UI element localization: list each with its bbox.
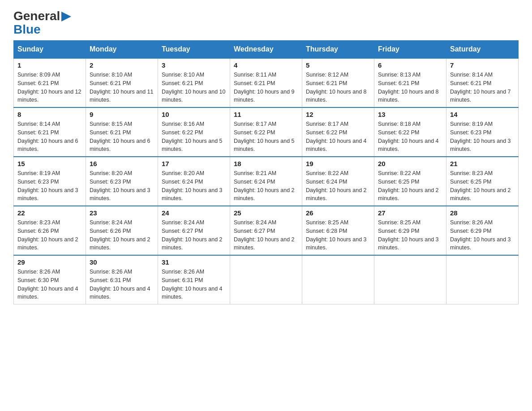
calendar-day-15: 15 Sunrise: 8:19 AMSunset: 6:23 PMDaylig… — [14, 157, 86, 206]
day-number: 4 — [234, 61, 298, 69]
calendar-day-5: 5 Sunrise: 8:12 AMSunset: 6:21 PMDayligh… — [302, 58, 374, 107]
empty-cell — [446, 255, 519, 304]
day-info: Sunrise: 8:12 AMSunset: 6:21 PMDaylight:… — [306, 71, 370, 104]
day-number: 6 — [378, 61, 442, 69]
calendar-day-6: 6 Sunrise: 8:13 AMSunset: 6:21 PMDayligh… — [374, 58, 446, 107]
day-info: Sunrise: 8:24 AMSunset: 6:27 PMDaylight:… — [234, 218, 298, 252]
calendar-day-2: 2 Sunrise: 8:10 AMSunset: 6:21 PMDayligh… — [86, 58, 158, 107]
header-wednesday: Wednesday — [230, 41, 302, 59]
calendar-day-25: 25 Sunrise: 8:24 AMSunset: 6:27 PMDaylig… — [230, 206, 302, 255]
calendar-week-4: 22 Sunrise: 8:23 AMSunset: 6:26 PMDaylig… — [14, 206, 519, 255]
day-number: 20 — [378, 160, 442, 167]
day-number: 15 — [17, 160, 82, 167]
calendar-week-5: 29 Sunrise: 8:26 AMSunset: 6:30 PMDaylig… — [14, 255, 519, 304]
day-info: Sunrise: 8:14 AMSunset: 6:21 PMDaylight:… — [17, 120, 82, 154]
day-number: 5 — [306, 61, 370, 69]
day-number: 13 — [378, 111, 442, 118]
day-info: Sunrise: 8:23 AMSunset: 6:25 PMDaylight:… — [450, 169, 515, 203]
day-info: Sunrise: 8:20 AMSunset: 6:24 PMDaylight:… — [162, 169, 226, 203]
calendar-day-11: 11 Sunrise: 8:17 AMSunset: 6:22 PMDaylig… — [230, 107, 302, 157]
calendar-day-10: 10 Sunrise: 8:16 AMSunset: 6:22 PMDaylig… — [158, 107, 230, 157]
calendar-day-22: 22 Sunrise: 8:23 AMSunset: 6:26 PMDaylig… — [14, 206, 86, 255]
day-info: Sunrise: 8:10 AMSunset: 6:21 PMDaylight:… — [90, 71, 154, 104]
day-number: 24 — [162, 209, 226, 217]
day-info: Sunrise: 8:15 AMSunset: 6:21 PMDaylight:… — [90, 120, 154, 154]
day-info: Sunrise: 8:10 AMSunset: 6:21 PMDaylight:… — [162, 71, 226, 104]
calendar-day-1: 1 Sunrise: 8:09 AMSunset: 6:21 PMDayligh… — [14, 58, 86, 107]
calendar-week-2: 8 Sunrise: 8:14 AMSunset: 6:21 PMDayligh… — [14, 107, 519, 157]
calendar-day-7: 7 Sunrise: 8:14 AMSunset: 6:21 PMDayligh… — [446, 58, 519, 107]
day-number: 12 — [306, 111, 370, 118]
calendar-day-18: 18 Sunrise: 8:21 AMSunset: 6:24 PMDaylig… — [230, 157, 302, 206]
calendar-day-12: 12 Sunrise: 8:17 AMSunset: 6:22 PMDaylig… — [302, 107, 374, 157]
day-info: Sunrise: 8:09 AMSunset: 6:21 PMDaylight:… — [17, 71, 82, 104]
day-info: Sunrise: 8:19 AMSunset: 6:23 PMDaylight:… — [17, 169, 82, 203]
day-info: Sunrise: 8:20 AMSunset: 6:23 PMDaylight:… — [90, 169, 154, 203]
logo-arrow-icon — [61, 12, 71, 21]
day-number: 23 — [90, 209, 154, 217]
calendar-day-14: 14 Sunrise: 8:19 AMSunset: 6:23 PMDaylig… — [446, 107, 519, 157]
day-info: Sunrise: 8:23 AMSunset: 6:26 PMDaylight:… — [17, 218, 82, 252]
calendar-day-3: 3 Sunrise: 8:10 AMSunset: 6:21 PMDayligh… — [158, 58, 230, 107]
day-info: Sunrise: 8:26 AMSunset: 6:30 PMDaylight:… — [17, 268, 82, 301]
calendar-day-4: 4 Sunrise: 8:11 AMSunset: 6:21 PMDayligh… — [230, 58, 302, 107]
day-info: Sunrise: 8:25 AMSunset: 6:29 PMDaylight:… — [378, 218, 442, 252]
day-number: 25 — [234, 209, 298, 217]
page-header: General Blue — [13, 9, 519, 36]
day-number: 26 — [306, 209, 370, 217]
day-number: 7 — [450, 61, 515, 69]
calendar-day-8: 8 Sunrise: 8:14 AMSunset: 6:21 PMDayligh… — [14, 107, 86, 157]
day-info: Sunrise: 8:22 AMSunset: 6:24 PMDaylight:… — [306, 169, 370, 203]
day-info: Sunrise: 8:13 AMSunset: 6:21 PMDaylight:… — [378, 71, 442, 104]
day-number: 19 — [306, 160, 370, 167]
calendar-day-19: 19 Sunrise: 8:22 AMSunset: 6:24 PMDaylig… — [302, 157, 374, 206]
calendar-header-row: SundayMondayTuesdayWednesdayThursdayFrid… — [14, 41, 519, 59]
day-info: Sunrise: 8:25 AMSunset: 6:28 PMDaylight:… — [306, 218, 370, 252]
day-number: 27 — [378, 209, 442, 217]
calendar-day-13: 13 Sunrise: 8:18 AMSunset: 6:22 PMDaylig… — [374, 107, 446, 157]
day-number: 9 — [90, 111, 154, 118]
header-saturday: Saturday — [446, 41, 519, 59]
day-info: Sunrise: 8:16 AMSunset: 6:22 PMDaylight:… — [162, 120, 226, 154]
day-number: 16 — [90, 160, 154, 167]
calendar-day-24: 24 Sunrise: 8:24 AMSunset: 6:27 PMDaylig… — [158, 206, 230, 255]
calendar-day-17: 17 Sunrise: 8:20 AMSunset: 6:24 PMDaylig… — [158, 157, 230, 206]
day-info: Sunrise: 8:14 AMSunset: 6:21 PMDaylight:… — [450, 71, 515, 104]
day-info: Sunrise: 8:19 AMSunset: 6:23 PMDaylight:… — [450, 120, 515, 154]
day-number: 21 — [450, 160, 515, 167]
calendar-day-27: 27 Sunrise: 8:25 AMSunset: 6:29 PMDaylig… — [374, 206, 446, 255]
day-info: Sunrise: 8:26 AMSunset: 6:29 PMDaylight:… — [450, 218, 515, 252]
day-info: Sunrise: 8:26 AMSunset: 6:31 PMDaylight:… — [162, 268, 226, 301]
calendar-day-16: 16 Sunrise: 8:20 AMSunset: 6:23 PMDaylig… — [86, 157, 158, 206]
calendar-day-29: 29 Sunrise: 8:26 AMSunset: 6:30 PMDaylig… — [14, 255, 86, 304]
day-number: 11 — [234, 111, 298, 118]
header-tuesday: Tuesday — [158, 41, 230, 59]
day-number: 29 — [17, 258, 82, 266]
day-number: 17 — [162, 160, 226, 167]
calendar-day-23: 23 Sunrise: 8:24 AMSunset: 6:26 PMDaylig… — [86, 206, 158, 255]
day-number: 31 — [162, 258, 226, 266]
header-thursday: Thursday — [302, 41, 374, 59]
calendar-table: SundayMondayTuesdayWednesdayThursdayFrid… — [13, 40, 519, 304]
calendar-day-30: 30 Sunrise: 8:26 AMSunset: 6:31 PMDaylig… — [86, 255, 158, 304]
day-number: 14 — [450, 111, 515, 118]
calendar-week-3: 15 Sunrise: 8:19 AMSunset: 6:23 PMDaylig… — [14, 157, 519, 206]
day-info: Sunrise: 8:21 AMSunset: 6:24 PMDaylight:… — [234, 169, 298, 203]
day-number: 1 — [17, 61, 82, 69]
day-info: Sunrise: 8:17 AMSunset: 6:22 PMDaylight:… — [306, 120, 370, 154]
logo-general-text: General — [13, 9, 60, 23]
calendar-day-21: 21 Sunrise: 8:23 AMSunset: 6:25 PMDaylig… — [446, 157, 519, 206]
day-info: Sunrise: 8:26 AMSunset: 6:31 PMDaylight:… — [90, 268, 154, 301]
day-info: Sunrise: 8:18 AMSunset: 6:22 PMDaylight:… — [378, 120, 442, 154]
day-number: 10 — [162, 111, 226, 118]
calendar-week-1: 1 Sunrise: 8:09 AMSunset: 6:21 PMDayligh… — [14, 58, 519, 107]
day-number: 3 — [162, 61, 226, 69]
calendar-day-26: 26 Sunrise: 8:25 AMSunset: 6:28 PMDaylig… — [302, 206, 374, 255]
calendar-day-31: 31 Sunrise: 8:26 AMSunset: 6:31 PMDaylig… — [158, 255, 230, 304]
day-number: 28 — [450, 209, 515, 217]
logo-blue-text: Blue — [13, 23, 71, 36]
header-sunday: Sunday — [14, 41, 86, 59]
empty-cell — [302, 255, 374, 304]
day-number: 22 — [17, 209, 82, 217]
logo: General Blue — [13, 9, 71, 36]
